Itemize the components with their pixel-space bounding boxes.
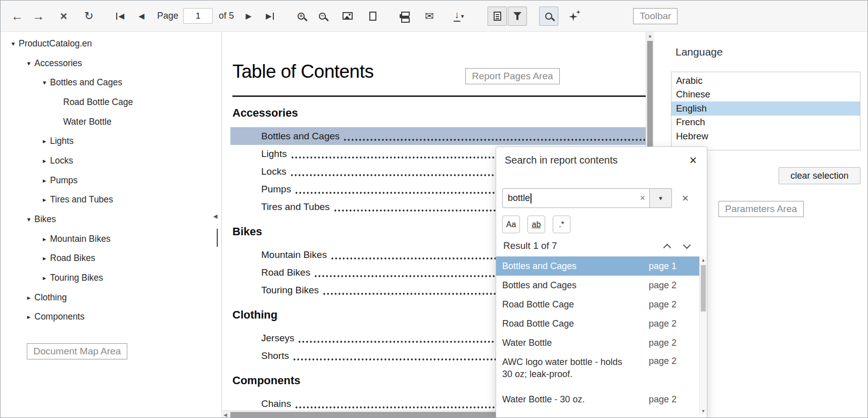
scroll-up-icon[interactable]: ▲ <box>646 32 654 40</box>
search-result-row[interactable]: Bottles and Cages page 1 <box>496 256 707 276</box>
page-icon <box>369 12 376 21</box>
search-result-row[interactable]: AWC logo water bottle - holds 30 oz; lea… <box>496 352 707 390</box>
zoom-out-button[interactable]: − <box>313 7 332 26</box>
language-listbox: Arabic Chinese English French Hebrew <box>671 72 860 150</box>
export-button[interactable]: ↓ ▾ <box>445 7 473 26</box>
search-result-row[interactable]: Water Bottle page 2 <box>496 333 707 352</box>
docmap-node-clothing[interactable]: ▸ Clothing <box>1 288 215 307</box>
chevron-down-icon[interactable]: ▾ <box>8 40 19 47</box>
splitter-collapse-icon[interactable]: ◀ <box>213 213 217 220</box>
chevron-down-icon[interactable]: ▾ <box>23 60 34 67</box>
first-page-button[interactable]: ◀ <box>111 7 130 26</box>
ai-assistant-button[interactable] <box>565 7 585 26</box>
docmap-node-tires-and-tubes[interactable]: ▸ Tires and Tubes <box>1 190 215 210</box>
horizontal-scrollbar-thumb[interactable] <box>230 412 497 417</box>
search-history-dropdown-button[interactable]: ▾ <box>650 188 672 208</box>
language-option-hebrew[interactable]: Hebrew <box>671 129 860 143</box>
prev-page-icon: ◀ <box>138 12 144 20</box>
chevron-right-icon[interactable]: ▸ <box>39 235 50 243</box>
search-result-row[interactable]: Water Bottle - 30 oz. page 2 <box>496 390 707 409</box>
chevron-right-icon[interactable]: ▸ <box>23 313 34 321</box>
fit-page-button[interactable] <box>363 7 382 26</box>
next-result-icon[interactable] <box>683 241 691 249</box>
search-result-row[interactable]: Bottles and Cages page 2 <box>496 276 707 295</box>
language-option-label: English <box>676 103 707 114</box>
chevron-right-icon[interactable]: ▸ <box>39 177 50 184</box>
docmap-node-bottles-and-cages[interactable]: ▾ Bottles and Cages <box>1 73 215 92</box>
last-page-button[interactable]: ▶ <box>260 7 279 26</box>
parameters-toggle-button[interactable] <box>508 7 527 26</box>
clear-selection-button[interactable]: clear selection <box>779 167 860 184</box>
toc-entry-label: Jerseys <box>261 333 294 344</box>
forward-button[interactable]: → <box>29 7 48 26</box>
print-button[interactable] <box>395 7 414 26</box>
stop-search-icon[interactable]: × <box>682 193 689 204</box>
docmap-node-touring-bikes[interactable]: ▸ Touring Bikes <box>1 268 215 288</box>
next-page-button[interactable]: ▶ <box>239 7 258 26</box>
close-icon[interactable]: × <box>689 154 697 167</box>
toc-entry-label: Pumps <box>261 184 291 195</box>
splitter-grip[interactable] <box>217 229 218 247</box>
docmap-node-label: Pumps <box>50 175 77 186</box>
language-option-label: Chinese <box>676 89 710 100</box>
scroll-up-icon[interactable]: ▲ <box>700 256 707 264</box>
toc-entry[interactable]: Bottles and Cages <box>230 127 646 145</box>
document-map-icon <box>494 12 501 21</box>
chevron-down-icon[interactable]: ▾ <box>39 79 50 86</box>
docmap-node-pumps[interactable]: ▸ Pumps <box>1 171 215 190</box>
report-viewer: ← → × ↻ ◀ ◀ Page of 5 ▶ ▶ + − ✉ ↓ ▾ Tool… <box>0 0 868 418</box>
language-option-chinese[interactable]: Chinese <box>671 88 860 102</box>
send-email-button[interactable]: ✉ <box>420 7 439 26</box>
docmap-node-lights[interactable]: ▸ Lights <box>1 131 215 151</box>
chevron-right-icon[interactable]: ▸ <box>23 294 34 301</box>
results-scrollbar[interactable]: ▲ ▼ <box>699 256 707 415</box>
back-button[interactable]: ← <box>8 7 27 26</box>
clear-icon[interactable]: × <box>640 193 645 203</box>
docmap-node-bikes[interactable]: ▾ Bikes <box>1 210 215 229</box>
previous-result-icon[interactable] <box>663 243 671 251</box>
scroll-down-icon[interactable]: ▼ <box>700 407 707 415</box>
chevron-right-icon[interactable]: ▸ <box>39 196 50 203</box>
docmap-node-mountain-bikes[interactable]: ▸ Mountain Bikes <box>1 229 215 249</box>
search-result-row[interactable]: Road Bottle Cage page 2 <box>496 295 707 314</box>
cancel-button[interactable]: × <box>54 7 73 26</box>
prev-page-button[interactable]: ◀ <box>132 7 151 26</box>
whole-word-button[interactable]: ab <box>527 216 545 233</box>
result-label: Water Bottle <box>502 338 552 348</box>
chevron-right-icon[interactable]: ▸ <box>39 157 50 165</box>
chevron-right-icon[interactable]: ▸ <box>39 274 50 282</box>
refresh-button[interactable]: ↻ <box>79 7 99 26</box>
chevron-right-icon[interactable]: ▸ <box>39 137 50 145</box>
docmap-node-road-bottle-cage[interactable]: Road Bottle Cage <box>1 92 215 112</box>
toggle-preview-button[interactable] <box>338 7 357 26</box>
result-label: AWC logo water bottle - holds 30 oz; lea… <box>502 356 629 381</box>
match-case-button[interactable]: Aa <box>502 216 520 233</box>
search-input[interactable]: bottle × <box>502 188 650 208</box>
print-preview-icon <box>343 12 353 20</box>
results-scrollbar-thumb[interactable] <box>701 265 706 311</box>
docmap-node-locks[interactable]: ▸ Locks <box>1 151 215 171</box>
language-option-english[interactable]: English <box>671 101 860 116</box>
scroll-left-icon[interactable]: ◀ <box>221 411 229 418</box>
toc-entry-label: Road Bikes <box>261 267 310 278</box>
print-icon <box>400 14 409 18</box>
language-option-french[interactable]: French <box>671 116 860 130</box>
docmap-node-road-bikes[interactable]: ▸ Road Bikes <box>1 249 215 269</box>
page-number-input[interactable] <box>183 8 213 24</box>
docmap-node-productcatalog[interactable]: ▾ ProductCatalog.en <box>1 34 215 54</box>
docmap-node-components[interactable]: ▸ Components <box>1 307 215 327</box>
docmap-node-accessories[interactable]: ▾ Accessories <box>1 54 215 73</box>
language-option-arabic[interactable]: Arabic <box>671 74 860 88</box>
docmap-node-water-bottle[interactable]: Water Bottle <box>1 112 215 132</box>
zoom-in-button[interactable]: + <box>292 7 311 26</box>
forward-icon: → <box>32 10 44 22</box>
chevron-right-icon[interactable]: ▸ <box>39 254 50 262</box>
document-map-toggle-button[interactable] <box>488 7 507 26</box>
report-pages-area-label: Report Pages Area <box>465 68 560 84</box>
docmap-node-label: Clothing <box>34 292 67 303</box>
search-button[interactable] <box>539 7 558 26</box>
search-controls: bottle × ▾ × <box>502 188 707 208</box>
chevron-down-icon[interactable]: ▾ <box>23 216 34 223</box>
search-result-row[interactable]: Road Bottle Cage page 2 <box>496 314 707 333</box>
regex-button[interactable]: .* <box>553 216 570 233</box>
